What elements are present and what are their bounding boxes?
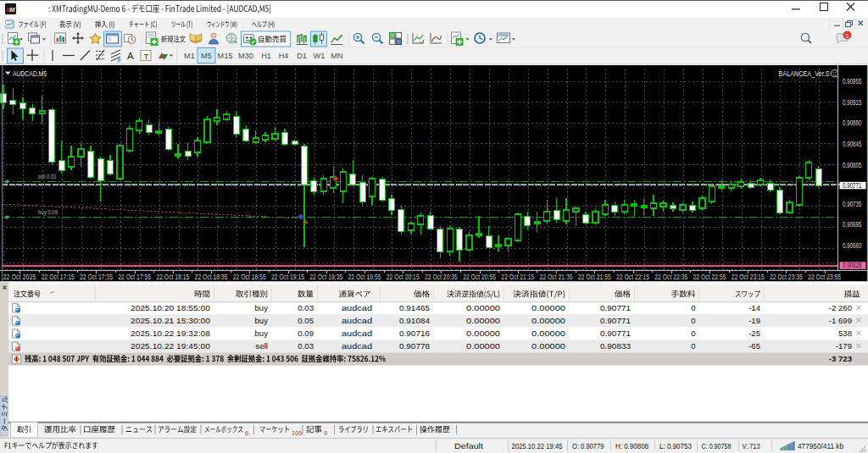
svg-text:sell 0.03: sell 0.03	[38, 173, 56, 180]
svg-text:22 Oct 23:35: 22 Oct 23:35	[770, 273, 803, 281]
svg-text:0.90628: 0.90628	[843, 261, 862, 269]
svg-text:D1: D1	[297, 52, 307, 60]
svg-text:-3 723: -3 723	[829, 354, 852, 363]
svg-text:0.00000: 0.00000	[466, 341, 500, 351]
svg-text:0.90660: 0.90660	[843, 241, 862, 250]
svg-text:audcad: audcad	[342, 329, 372, 338]
svg-text:0.00000: 0.00000	[466, 303, 500, 312]
svg-text:0.91084: 0.91084	[399, 316, 431, 325]
svg-text:0.03: 0.03	[298, 303, 314, 312]
svg-text:0.90805: 0.90805	[843, 161, 862, 169]
svg-text:buy 0.09: buy 0.09	[38, 208, 58, 216]
svg-text:0.00000: 0.00000	[531, 303, 565, 312]
svg-text:0.90915: 0.90915	[843, 98, 862, 107]
svg-text:M15: M15	[218, 52, 233, 60]
svg-text:sell: sell	[256, 341, 268, 351]
svg-text:2025.10.22 19:45: 2025.10.22 19:45	[512, 442, 563, 450]
svg-text:F: F	[118, 58, 121, 64]
svg-text:0.90771: 0.90771	[600, 303, 631, 312]
svg-text:2025.10.21 15:30:00: 2025.10.21 15:30:00	[131, 316, 210, 325]
svg-text:#: #	[5, 213, 9, 221]
svg-text:0.05: 0.05	[298, 316, 314, 325]
svg-text:1: 1	[845, 32, 849, 40]
svg-text:#: #	[5, 178, 9, 185]
svg-text:0: 0	[691, 329, 695, 338]
svg-text:-179: -179	[836, 341, 852, 351]
svg-text:audcad: audcad	[342, 341, 372, 351]
svg-text:0.03: 0.03	[298, 341, 314, 351]
svg-text:0.90735: 0.90735	[843, 200, 862, 208]
svg-text:0.00000: 0.00000	[531, 341, 565, 351]
svg-text:2025.10.20 18:55:00: 2025.10.20 18:55:00	[131, 303, 210, 312]
svg-text:0.90845: 0.90845	[843, 140, 862, 148]
svg-text:-19: -19	[748, 316, 760, 325]
svg-text:M5: M5	[201, 52, 212, 60]
svg-text:W1: W1	[314, 52, 326, 60]
svg-text:0.00000: 0.00000	[466, 329, 500, 338]
svg-text:M1: M1	[184, 52, 195, 60]
svg-text:0.00000: 0.00000	[466, 316, 500, 325]
svg-text:Default: Default	[454, 442, 484, 450]
svg-text:0.90778: 0.90778	[399, 341, 430, 351]
svg-text:V: 713: V: 713	[743, 442, 760, 450]
svg-text:BALANCEA_Ver.S: BALANCEA_Ver.S	[779, 69, 830, 78]
svg-text:-65: -65	[748, 341, 760, 351]
svg-text:0.90695: 0.90695	[843, 220, 862, 229]
svg-text:H1: H1	[261, 52, 271, 60]
svg-text:0.90716: 0.90716	[399, 329, 430, 338]
svg-text:AUDCAD,M5: AUDCAD,M5	[13, 69, 47, 78]
svg-text:0.90833: 0.90833	[600, 341, 631, 351]
svg-text:buy: buy	[255, 329, 269, 338]
svg-text:MN: MN	[331, 52, 342, 60]
svg-text:audcad: audcad	[342, 316, 372, 325]
svg-text:C: 0.90758: C: 0.90758	[702, 442, 732, 450]
svg-text:-2 260: -2 260	[829, 303, 852, 312]
svg-text:O: 0.90779: O: 0.90779	[572, 442, 604, 450]
svg-text:T: T	[144, 52, 149, 61]
svg-text:-14: -14	[748, 303, 761, 312]
svg-text:22 Oct 20:35: 22 Oct 20:35	[425, 273, 458, 281]
svg-text:buy: buy	[255, 303, 269, 312]
svg-text:A: A	[127, 51, 134, 61]
svg-text:0.00000: 0.00000	[531, 329, 565, 338]
svg-text:2025.10.22 19:32:08: 2025.10.22 19:32:08	[131, 329, 210, 338]
svg-text:-25: -25	[748, 329, 760, 338]
svg-text:0.00000: 0.00000	[531, 316, 565, 325]
svg-text:0: 0	[691, 341, 695, 351]
svg-text:0.09: 0.09	[298, 329, 314, 338]
svg-text:buy: buy	[255, 316, 269, 325]
svg-text:0.90771: 0.90771	[600, 316, 631, 325]
svg-text:2025.10.22 19:45:00: 2025.10.22 19:45:00	[131, 341, 210, 351]
svg-text:-1 699: -1 699	[829, 316, 852, 325]
svg-text:9: 9	[324, 429, 327, 437]
svg-text:H4: H4	[279, 52, 289, 60]
svg-text:0.90771: 0.90771	[843, 181, 862, 190]
svg-text:0: 0	[691, 303, 695, 312]
svg-text:0.91465: 0.91465	[399, 303, 430, 312]
svg-text:477950/411 kb: 477950/411 kb	[798, 442, 843, 450]
svg-text:22 Oct 17:35: 22 Oct 17:35	[80, 273, 113, 281]
svg-text:L: 0.90753: L: 0.90753	[659, 442, 692, 450]
svg-text:H: 0.90808: H: 0.90808	[615, 442, 648, 450]
svg-text:0.90771: 0.90771	[600, 329, 631, 338]
svg-text:0.90955: 0.90955	[843, 77, 862, 86]
svg-text:538: 538	[838, 329, 852, 338]
svg-text:0.90880: 0.90880	[843, 119, 862, 127]
svg-text:0: 0	[691, 316, 695, 325]
svg-text:105: 105	[292, 429, 303, 437]
svg-text:audcad: audcad	[342, 303, 372, 312]
svg-text:6: 6	[245, 429, 248, 437]
svg-text:M30: M30	[238, 52, 253, 60]
